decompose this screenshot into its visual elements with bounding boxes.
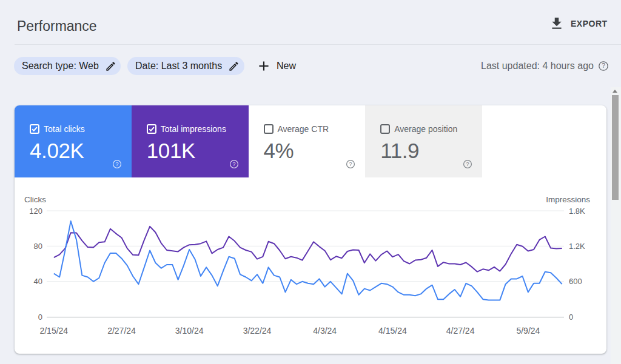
svg-text:?: ? bbox=[602, 62, 605, 69]
svg-text:?: ? bbox=[232, 160, 236, 167]
svg-text:?: ? bbox=[349, 160, 353, 167]
svg-text:?: ? bbox=[466, 160, 469, 167]
svg-text:?: ? bbox=[115, 160, 119, 167]
